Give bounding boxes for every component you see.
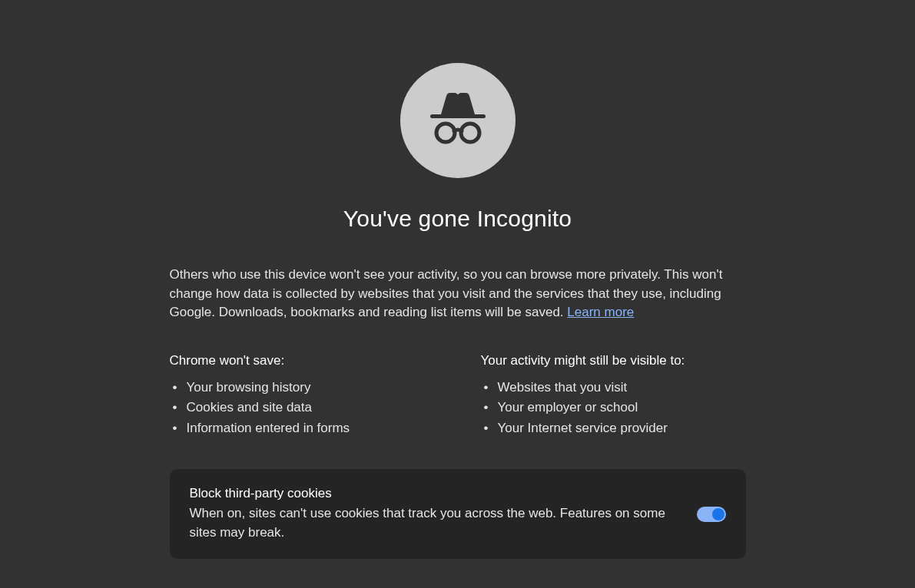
visible-to-heading: Your activity might still be visible to: [481, 353, 746, 368]
svg-point-1 [436, 124, 455, 142]
svg-rect-0 [430, 114, 486, 118]
toggle-title: Block third-party cookies [190, 486, 674, 501]
learn-more-link[interactable]: Learn more [567, 305, 634, 319]
description-text: Others who use this device won't see you… [170, 266, 746, 322]
toggle-knob [712, 508, 724, 520]
toggle-text: Block third-party cookies When on, sites… [190, 486, 674, 542]
list-item: Your employer or school [484, 398, 746, 418]
wont-save-heading: Chrome won't save: [170, 353, 435, 368]
visible-to-column: Your activity might still be visible to:… [481, 353, 746, 438]
svg-point-2 [461, 124, 479, 142]
wont-save-column: Chrome won't save: Your browsing history… [170, 353, 435, 438]
list-item: Information entered in forms [173, 418, 435, 438]
cookies-toggle-card: Block third-party cookies When on, sites… [170, 469, 746, 559]
block-cookies-toggle[interactable] [697, 507, 726, 522]
description-body: Others who use this device won't see you… [170, 267, 723, 319]
list-item: Cookies and site data [173, 398, 435, 418]
incognito-page: You've gone Incognito Others who use thi… [170, 0, 746, 588]
page-title: You've gone Incognito [343, 206, 572, 232]
info-columns: Chrome won't save: Your browsing history… [170, 353, 746, 438]
hat-glasses-icon [419, 82, 496, 159]
list-item: Websites that you visit [484, 378, 746, 398]
incognito-icon [400, 63, 516, 178]
toggle-description: When on, sites can't use cookies that tr… [190, 504, 674, 542]
list-item: Your browsing history [173, 378, 435, 398]
list-item: Your Internet service provider [484, 418, 746, 438]
